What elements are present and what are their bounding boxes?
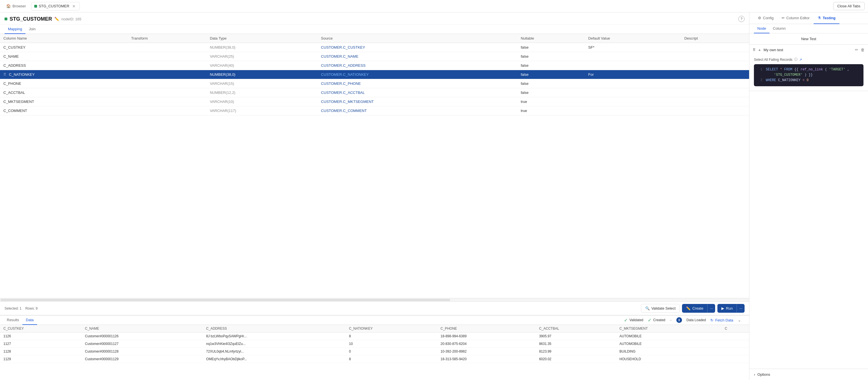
cell-name: C_ADDRESS [0,61,128,70]
cell-nullable: false [517,70,585,79]
close-all-tabs-button[interactable]: Close All Tabs [833,2,865,10]
right-header-tabs: ⚙ Config ✏ Column Editor ⚗ Testing [749,12,868,24]
validated-check-icon: ✓ [624,317,628,323]
cell-datatype: VARCHAR(40) [206,61,318,70]
result-col-header: C_NAME [82,325,203,333]
table-row[interactable]: C_CUSTKEY NUMBER(38,0) CUSTOMER.C_CUSTKE… [0,43,749,52]
browser-label: Browser [12,4,26,8]
mapping-tab-nav: Mapping Join [0,25,749,34]
play-icon: ▶ [721,306,724,310]
table-row[interactable]: C_PHONE VARCHAR(15) CUSTOMER.C_PHONE fal… [0,79,749,88]
table-row[interactable]: ⠿ C_NATIONKEY NUMBER(38,0) CUSTOMER.C_NA… [0,70,749,79]
code-editor[interactable]: 1 SELECT * FROM {{ ref_no_link ( 'TARGET… [754,64,864,86]
cell-nationkey: 8 [346,355,437,363]
cell-source: CUSTOMER.C_COMMENT [318,106,518,115]
cell-nullable: false [517,61,585,70]
tab-data[interactable]: Data [22,315,37,325]
count-badge: 3 [676,317,682,323]
result-row: 1126 Customer#000001126 8J bzLWboPqySAWP… [0,333,749,340]
result-col-header: C_ACCTBAL [536,325,616,333]
cell-name: C_PHONE [0,79,128,88]
edit-title-icon[interactable]: ✏️ [54,17,59,21]
main-layout: STG_CUSTOMER ✏️ nodeID: 165 ? Mapping Jo… [0,12,868,380]
col-header-transform: Transform [128,34,206,43]
cell-default [585,79,681,88]
tab-mapping[interactable]: Mapping [4,25,26,34]
table-row[interactable]: C_COMMENT VARCHAR(117) CUSTOMER.C_COMMEN… [0,106,749,115]
cell-transform [128,79,206,88]
cell-transform [128,70,206,79]
tab-config[interactable]: ⚙ Config [754,12,778,24]
options-section: › Options [749,369,868,380]
test-label: Select All Failing Records ⓘ ↗ [754,57,864,62]
horizontal-scrollbar[interactable] [0,298,749,301]
scrollbar-thumb [1,299,450,301]
cell-datatype: VARCHAR(10) [206,97,318,106]
collapse-test-icon[interactable]: ▲ [758,48,761,52]
drag-handle-icon[interactable]: ⠿ [753,48,755,52]
config-icon: ⚙ [758,16,761,20]
create-button[interactable]: ✏️ Create [682,304,707,312]
cell-datatype: NUMBER(38,0) [206,43,318,52]
cell-mktsegment: AUTOMOBILE [616,333,721,340]
bottom-panel: Results Data ✓ Validated ✓ Created – 3 D… [0,315,749,380]
test-content: Select All Failing Records ⓘ ↗ 1 SELECT … [749,55,868,91]
cell-default [585,88,681,97]
sub-tab-node[interactable]: Node [754,24,770,33]
table-row[interactable]: C_NAME VARCHAR(25) CUSTOMER.C_NAME false [0,52,749,61]
cell-name: C_COMMENT [0,106,128,115]
options-header[interactable]: › Options [754,372,864,377]
edit-test-button[interactable]: ✏ [855,47,858,52]
help-icon[interactable]: ? [738,16,745,22]
active-tab[interactable]: STG_CUSTOMER ✕ [31,2,80,10]
browser-tab[interactable]: 🏠 Browser [3,2,29,10]
cell-name: C_CUSTKEY [0,43,128,52]
tab-dot [34,5,37,8]
result-col-header: C [721,325,749,333]
home-icon: 🏠 [6,4,11,8]
col-header-datatype: Data Type [206,34,318,43]
col-header-default: Default Value [585,34,681,43]
cell-acctbal: 8123.99 [536,348,616,355]
fetch-data-button[interactable]: ↻ Fetch Data [710,318,733,322]
table-row[interactable]: C_MKTSEGMENT VARCHAR(10) CUSTOMER.C_MKTS… [0,97,749,106]
close-tab-button[interactable]: ✕ [71,3,77,9]
cell-source: CUSTOMER.C_MKTSEGMENT [318,97,518,106]
tab-testing[interactable]: ⚗ Testing [814,12,839,24]
code-line-1: 1 SELECT * FROM {{ ref_no_link ( 'TARGET… [758,67,860,72]
run-btn-group: ▶ Run ··· [717,304,745,313]
cell-name: C_ACCTBAL [0,88,128,97]
create-more-button[interactable]: ··· [707,304,715,312]
cell-transform [128,97,206,106]
cell-nationkey: 10 [346,340,437,348]
cell-phone: 20-830-875-6204 [437,340,536,348]
run-more-button[interactable]: ··· [737,304,745,312]
cell-acctbal: 8631.35 [536,340,616,348]
external-link-icon[interactable]: ↗ [799,58,802,62]
run-button[interactable]: ▶ Run [717,304,737,312]
col-header-desc: Descript [681,34,749,43]
collapse-button[interactable]: ⌄ [738,318,741,322]
cell-datatype: VARCHAR(15) [206,79,318,88]
result-col-header: C_CUSTKEY [0,325,82,333]
delete-test-button[interactable]: 🗑 [861,47,865,52]
cell-phone: 18-313-585-9420 [437,355,536,363]
tab-join[interactable]: Join [26,25,39,34]
tab-results[interactable]: Results [3,315,22,325]
cell-name: ⠿ C_NATIONKEY [0,70,128,79]
new-test-button[interactable]: New Test [749,33,868,45]
tab-column-editor[interactable]: ✏ Column Editor [778,12,814,24]
cell-phone: 10-392-200-8982 [437,348,536,355]
status-bar: ✓ Validated ✓ Created – 3 Data Loaded ↻ … [37,317,746,323]
table-row[interactable]: C_ACCTBAL NUMBER(12,2) CUSTOMER.C_ACCTBA… [0,88,749,97]
sub-tab-column[interactable]: Column [770,24,789,33]
table-row[interactable]: C_ADDRESS VARCHAR(40) CUSTOMER.C_ADDRESS… [0,61,749,70]
validate-select-button[interactable]: 🔍 Validate Select [641,304,680,313]
cell-nullable: false [517,88,585,97]
cell-cname: Customer#000001129 [82,355,203,363]
test-area: New Test ⠿ ▲ My own test ✏ 🗑 Select All … [749,33,868,369]
options-label: Options [757,372,770,377]
cell-nullable: true [517,97,585,106]
node-dot [4,18,7,20]
cell-transform [128,106,206,115]
